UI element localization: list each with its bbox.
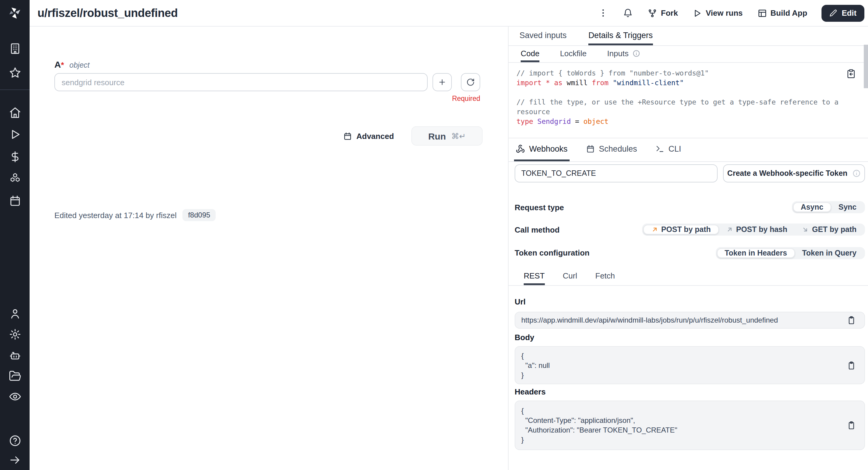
call-method-toggle: POST by path POST by hash GET by path <box>642 223 865 236</box>
tab-saved-inputs[interactable]: Saved inputs <box>520 27 566 45</box>
code-token: wmill <box>562 79 592 87</box>
required-note: Required <box>54 95 480 102</box>
code-block[interactable]: // import { toWords } from "number-to-wo… <box>517 68 844 126</box>
settings-gear-icon[interactable] <box>8 328 21 341</box>
page-title: u/rfiszel/robust_undefined <box>37 6 178 20</box>
tab-rest[interactable]: REST <box>524 268 545 285</box>
tab-code[interactable]: Code <box>521 46 539 62</box>
copy-url-icon[interactable] <box>847 315 856 325</box>
sidebar-divider <box>0 89 30 90</box>
call-method-post-by-hash[interactable]: POST by hash <box>718 225 795 234</box>
fork-button[interactable]: Fork <box>648 8 678 18</box>
refresh-button[interactable] <box>461 73 480 91</box>
call-method-get-by-path[interactable]: GET by path <box>795 225 864 234</box>
edit-button[interactable]: Edit <box>822 4 864 22</box>
token-input[interactable] <box>515 164 718 183</box>
arrow-up-right-icon <box>651 226 658 233</box>
info-icon <box>632 49 640 57</box>
request-type-async[interactable]: Async <box>793 202 831 212</box>
request-type-row: Request type Async Sync <box>515 198 865 216</box>
version-hash-badge[interactable]: f8d095 <box>183 209 216 221</box>
code-token: type <box>517 117 533 126</box>
layout-icon <box>757 8 767 18</box>
audit-eye-icon[interactable] <box>8 390 21 403</box>
create-token-label: Create a Webhook-specific Token <box>727 169 847 178</box>
run-label: Run <box>428 131 446 141</box>
request-type-sync[interactable]: Sync <box>831 202 864 212</box>
kebab-menu-icon[interactable] <box>598 8 608 18</box>
code-token: Sendgrid <box>537 117 571 126</box>
argument-input[interactable] <box>54 73 428 91</box>
token-in-query[interactable]: Token in Query <box>795 248 864 258</box>
variables-dollar-icon[interactable] <box>8 150 21 163</box>
call-method-post-by-path[interactable]: POST by path <box>643 225 718 234</box>
copy-code-icon[interactable] <box>846 69 856 79</box>
code-line: // fill the type, or use the +Resource t… <box>517 97 844 107</box>
add-resource-button[interactable] <box>433 73 452 91</box>
call-method-row: Call method POST by path POST by hash GE… <box>515 220 865 239</box>
tab-lockfile[interactable]: Lockfile <box>560 46 587 62</box>
body-label: Body <box>515 333 534 342</box>
required-asterisk: * <box>61 60 64 69</box>
code-token: resource <box>517 107 550 116</box>
notifications-bell-icon[interactable] <box>623 8 633 18</box>
expand-arrow-icon[interactable] <box>8 454 21 466</box>
folders-icon[interactable] <box>8 370 21 382</box>
code-section: // import { toWords } from "number-to-wo… <box>508 63 868 138</box>
token-config-toggle: Token in Headers Token in Query <box>715 247 865 259</box>
home-icon[interactable] <box>8 106 21 119</box>
tab-cli[interactable]: CLI <box>653 138 683 161</box>
details-panel: Saved inputs Details & Triggers Code Loc… <box>508 27 868 470</box>
refresh-icon <box>466 78 475 86</box>
copy-headers-icon[interactable] <box>847 420 856 431</box>
call-method-label: Call method <box>515 225 560 234</box>
url-box: https://app.windmill.dev/api/w/windmill-… <box>515 312 865 328</box>
users-person-icon[interactable] <box>8 308 21 320</box>
post-by-path-label: POST by path <box>661 225 711 234</box>
windmill-logo-icon[interactable] <box>8 6 22 20</box>
code-token: "windmill-client" <box>613 79 684 87</box>
workspace-building-icon[interactable] <box>8 42 21 55</box>
view-runs-button[interactable]: View runs <box>692 8 743 18</box>
build-app-button[interactable]: Build App <box>757 8 807 18</box>
pencil-icon <box>830 9 837 17</box>
tab-fetch[interactable]: Fetch <box>595 268 615 285</box>
help-icon[interactable] <box>8 434 21 447</box>
webhooks-label: Webhooks <box>529 145 567 153</box>
code-token <box>533 117 537 126</box>
favorites-star-icon[interactable] <box>8 66 21 79</box>
tab-details-triggers[interactable]: Details & Triggers <box>588 27 653 45</box>
run-shortcut: ⌘↵ <box>451 131 466 140</box>
create-webhook-token-button[interactable]: Create a Webhook-specific Token <box>723 164 865 183</box>
tab-inputs[interactable]: Inputs <box>607 46 640 62</box>
workers-robot-icon[interactable] <box>8 349 21 362</box>
tab-curl[interactable]: Curl <box>563 268 577 285</box>
token-config-row: Token configuration Token in Headers Tok… <box>515 244 865 261</box>
arrow-up-right-icon <box>726 226 733 233</box>
runs-play-icon[interactable] <box>8 128 21 141</box>
code-line: // import { toWords } from "number-to-wo… <box>517 68 844 78</box>
url-value: https://app.windmill.dev/api/w/windmill-… <box>521 315 778 325</box>
run-button[interactable]: Run ⌘↵ <box>411 126 483 146</box>
trigger-tabs: Webhooks Schedules CLI <box>508 138 868 162</box>
code-token: // fill the type, or use the +Resource t… <box>517 98 838 106</box>
schedules-label: Schedules <box>599 145 637 153</box>
build-app-label: Build App <box>770 8 807 18</box>
advanced-button[interactable]: Advanced <box>343 127 394 145</box>
resources-cubes-icon[interactable] <box>8 172 21 185</box>
code-token: = <box>571 117 584 126</box>
tab-webhooks[interactable]: Webhooks <box>514 138 569 161</box>
app-window: u/rfiszel/robust_undefined Fork <box>0 0 868 470</box>
code-token: object <box>584 117 609 126</box>
tab-schedules[interactable]: Schedules <box>584 138 639 161</box>
code-line: type Sendgrid = object <box>517 117 844 126</box>
schedules-calendar-icon[interactable] <box>8 194 21 207</box>
token-in-headers[interactable]: Token in Headers <box>717 248 795 258</box>
fork-label: Fork <box>661 8 678 18</box>
code-line: resource <box>517 107 844 117</box>
code-token <box>550 79 554 87</box>
body-json: { "a": null} <box>521 351 550 380</box>
panel-scrollbar[interactable] <box>864 45 868 88</box>
edited-text: Edited yesterday at 17:14 by rfiszel <box>54 211 177 220</box>
copy-body-icon[interactable] <box>847 360 856 370</box>
